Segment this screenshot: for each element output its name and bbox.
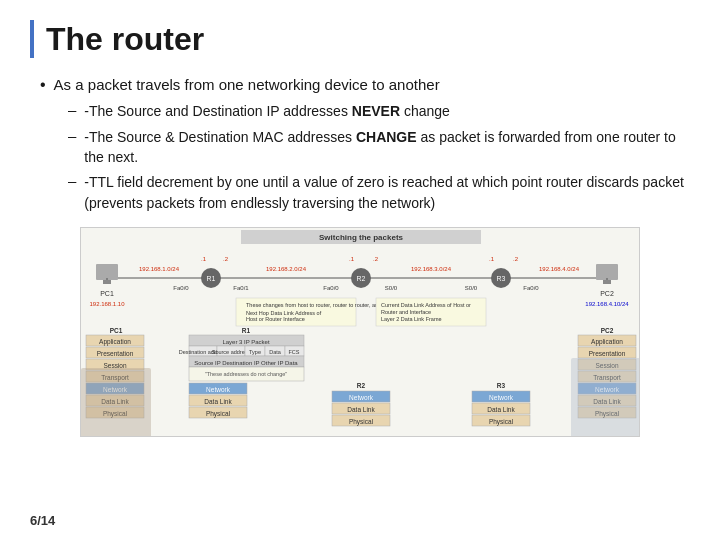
never-text: NEVER	[352, 103, 400, 119]
sub-text-2: -The Source & Destination MAC addresses …	[84, 127, 690, 168]
svg-text:Physical: Physical	[489, 418, 514, 426]
svg-text:Current Data Link Address of H: Current Data Link Address of Host or	[381, 302, 471, 308]
svg-text:Router and Interface: Router and Interface	[381, 309, 431, 315]
sub-text-1: -The Source and Destination IP addresses…	[84, 101, 450, 121]
svg-text:Host or Router Interface: Host or Router Interface	[246, 316, 305, 322]
svg-text:Session: Session	[103, 362, 127, 369]
svg-text:PC1: PC1	[110, 327, 123, 334]
svg-text:Switching the packets: Switching the packets	[319, 233, 404, 242]
svg-text:192.168.4.0/24: 192.168.4.0/24	[539, 266, 580, 272]
svg-rect-111	[571, 358, 640, 437]
svg-text:.2: .2	[513, 256, 519, 262]
svg-text:.1: .1	[201, 256, 207, 262]
svg-text:.2: .2	[373, 256, 379, 262]
sub-dash-2: –	[68, 127, 76, 144]
svg-text:Presentation: Presentation	[97, 350, 134, 357]
svg-text:Network: Network	[349, 394, 374, 401]
svg-rect-3	[96, 264, 118, 280]
main-bullet-text: As a packet travels from one networking …	[54, 74, 440, 95]
sub-text-3: -TTL field decrement by one until a valu…	[84, 172, 690, 213]
sub-bullet-3: – -TTL field decrement by one until a va…	[68, 172, 690, 213]
svg-text:192.168.1.0/24: 192.168.1.0/24	[139, 266, 180, 272]
svg-text:.2: .2	[223, 256, 229, 262]
diagram-section: Switching the packets PC1 R1 Fa0/0 Fa0/1…	[30, 227, 690, 437]
slide-container: The router • As a packet travels from on…	[0, 0, 720, 540]
svg-rect-20	[603, 280, 611, 284]
svg-text:Network: Network	[206, 386, 231, 393]
svg-text:Type: Type	[249, 349, 261, 355]
svg-text:Network: Network	[489, 394, 514, 401]
bullet-dot: •	[40, 76, 46, 94]
svg-text:Source address: Source address	[212, 349, 251, 355]
svg-text:Application: Application	[99, 338, 131, 346]
svg-rect-110	[81, 368, 151, 437]
svg-text:Data Link: Data Link	[204, 398, 232, 405]
svg-text:PC2: PC2	[601, 327, 614, 334]
page-number: 6/14	[30, 513, 55, 528]
sub-dash-1: –	[68, 101, 76, 118]
svg-text:Presentation: Presentation	[589, 350, 626, 357]
slide-title: The router	[46, 20, 690, 58]
main-bullet: • As a packet travels from one networkin…	[40, 74, 690, 95]
svg-text:Physical: Physical	[349, 418, 374, 426]
svg-text:Layer 3 IP Packet: Layer 3 IP Packet	[222, 339, 270, 345]
svg-text:R2: R2	[357, 382, 366, 389]
svg-text:Physical: Physical	[206, 410, 231, 418]
svg-text:S0/0: S0/0	[465, 285, 478, 291]
svg-text:192.168.2.0/24: 192.168.2.0/24	[266, 266, 307, 272]
svg-text:.1: .1	[489, 256, 495, 262]
svg-text:Data Link: Data Link	[487, 406, 515, 413]
svg-text:192.168.1.10: 192.168.1.10	[89, 301, 125, 307]
change-text: CHANGE	[356, 129, 417, 145]
svg-text:.1: .1	[349, 256, 355, 262]
title-section: The router	[30, 20, 690, 58]
sub-bullets: – -The Source and Destination IP address…	[40, 101, 690, 212]
svg-text:Fa0/0: Fa0/0	[523, 285, 539, 291]
svg-text:Data: Data	[269, 349, 282, 355]
svg-text:Fa0/0: Fa0/0	[173, 285, 189, 291]
svg-text:S0/0: S0/0	[385, 285, 398, 291]
svg-text:Layer 2 Data Link Frame: Layer 2 Data Link Frame	[381, 316, 442, 322]
sub-bullet-2: – -The Source & Destination MAC addresse…	[68, 127, 690, 168]
sub-dash-3: –	[68, 172, 76, 189]
svg-text:R3: R3	[497, 275, 506, 282]
network-diagram: Switching the packets PC1 R1 Fa0/0 Fa0/1…	[80, 227, 640, 437]
svg-text:Fa0/1: Fa0/1	[233, 285, 249, 291]
svg-text:Application: Application	[591, 338, 623, 346]
svg-text:R2: R2	[357, 275, 366, 282]
svg-text:"These addresses do not change: "These addresses do not change"	[205, 371, 288, 377]
svg-text:FCS: FCS	[289, 349, 300, 355]
diagram-svg: Switching the packets PC1 R1 Fa0/0 Fa0/1…	[81, 228, 640, 437]
svg-text:R1: R1	[242, 327, 251, 334]
svg-text:192.168.4.10/24: 192.168.4.10/24	[585, 301, 629, 307]
svg-text:R3: R3	[497, 382, 506, 389]
svg-text:Source IP   Destination IP   O: Source IP Destination IP Other IP Data	[194, 360, 298, 366]
svg-rect-19	[596, 264, 618, 280]
content-section: • As a packet travels from one networkin…	[30, 74, 690, 212]
svg-text:PC2: PC2	[600, 290, 614, 297]
svg-text:R1: R1	[207, 275, 216, 282]
svg-rect-4	[103, 280, 111, 284]
sub-bullet-1: – -The Source and Destination IP address…	[68, 101, 690, 121]
svg-text:192.168.3.0/24: 192.168.3.0/24	[411, 266, 452, 272]
svg-text:Fa0/0: Fa0/0	[323, 285, 339, 291]
svg-text:PC1: PC1	[100, 290, 114, 297]
svg-text:Data Link: Data Link	[347, 406, 375, 413]
